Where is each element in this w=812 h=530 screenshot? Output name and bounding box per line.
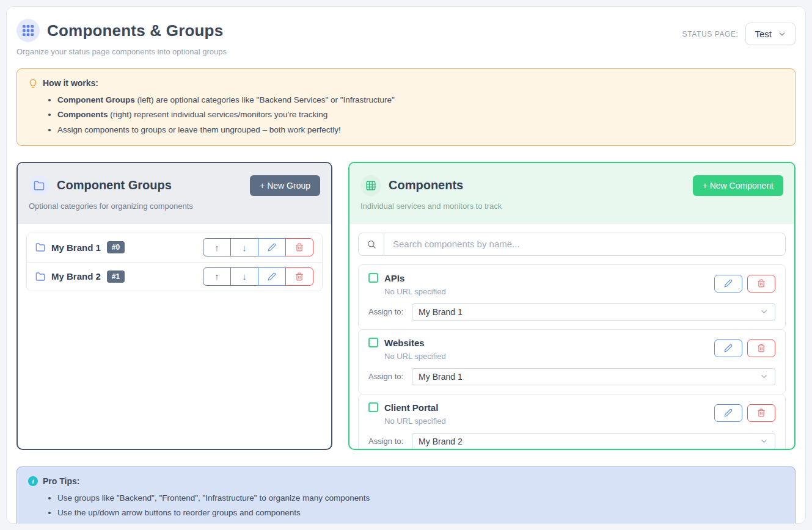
chevron-down-icon: [778, 30, 786, 38]
delete-group-button[interactable]: [285, 238, 313, 256]
chevron-down-icon: [759, 307, 769, 316]
edit-component-button[interactable]: [714, 404, 742, 422]
new-group-button[interactable]: + New Group: [250, 175, 320, 196]
component-card: Websites No URL specified: [358, 329, 786, 394]
move-down-button[interactable]: ↓: [230, 267, 258, 286]
component-url-status: No URL specified: [384, 287, 446, 296]
delete-component-button[interactable]: [747, 339, 775, 357]
pro-tips-bullet: Use the up/down arrow buttons to reorder…: [57, 507, 784, 519]
move-up-button[interactable]: ↑: [203, 238, 231, 256]
group-row: My Brand 1 #0 ↑ ↓: [27, 233, 322, 262]
assign-group-value: My Brand 2: [419, 437, 463, 446]
status-page-value: Test: [755, 29, 772, 39]
group-name: My Brand 2: [51, 271, 101, 281]
component-name: APIs: [384, 273, 404, 283]
page-container: Components & Groups Organize your status…: [6, 6, 806, 524]
chevron-down-icon: [759, 372, 769, 381]
table-grid-icon: [360, 175, 381, 196]
groups-panel-title: Component Groups: [57, 178, 172, 192]
component-checkbox[interactable]: [368, 338, 378, 347]
trash-icon: [295, 272, 304, 281]
page-title: Components & Groups: [47, 21, 223, 40]
component-card: Client Portal No URL specified: [358, 394, 786, 449]
lightbulb-icon: [28, 79, 38, 89]
components-panel-subtitle: Individual services and monitors to trac…: [360, 201, 783, 211]
how-it-works-bullet: Assign components to groups or leave the…: [57, 124, 784, 136]
component-card: APIs No URL specified: [358, 264, 786, 330]
search-icon: [359, 233, 384, 255]
new-component-button[interactable]: + New Component: [693, 175, 783, 196]
edit-group-button[interactable]: [258, 267, 286, 286]
components-panel-title: Components: [389, 178, 463, 192]
groups-panel-subtitle: Optional categories for organizing compo…: [29, 201, 320, 211]
pro-tips-bullet: Use groups like "Backend", "Frontend", "…: [57, 492, 784, 504]
assign-to-label: Assign to:: [368, 307, 403, 316]
page-header: Components & Groups Organize your status…: [16, 16, 796, 56]
status-page-label: STATUS PAGE:: [682, 30, 739, 38]
pencil-icon: [724, 279, 733, 288]
assign-group-select[interactable]: My Brand 2: [412, 433, 775, 449]
edit-component-button[interactable]: [714, 275, 742, 292]
pro-tips-title: Pro Tips:: [43, 475, 79, 488]
trash-icon: [757, 408, 766, 417]
group-order-badge: #0: [107, 241, 125, 253]
component-name: Websites: [384, 338, 425, 348]
how-it-works-banner: How it works: Component Groups (left) ar…: [16, 68, 796, 146]
delete-component-button[interactable]: [747, 275, 775, 292]
edit-group-button[interactable]: [258, 238, 286, 256]
how-it-works-bullet: Component Groups (left) are optional cat…: [57, 94, 784, 106]
group-name: My Brand 1: [51, 242, 101, 253]
info-icon: i: [28, 476, 38, 486]
pro-tips-banner: i Pro Tips: Use groups like "Backend", "…: [16, 466, 796, 524]
component-name: Client Portal: [384, 402, 438, 413]
assign-to-label: Assign to:: [368, 437, 403, 446]
edit-component-button[interactable]: [714, 339, 742, 357]
component-checkbox[interactable]: [368, 402, 378, 412]
pencil-icon: [268, 243, 276, 252]
status-page-select[interactable]: Test: [745, 23, 796, 45]
pencil-icon: [724, 408, 733, 417]
how-it-works-bullet: Components (right) represent individual …: [57, 109, 784, 121]
arrow-down-icon: ↓: [242, 271, 247, 281]
folder-icon: [29, 175, 49, 196]
groups-panel: Component Groups + New Group Optional ca…: [16, 162, 332, 450]
assign-group-select[interactable]: My Brand 1: [412, 303, 775, 321]
arrow-up-icon: ↑: [214, 242, 219, 253]
delete-component-button[interactable]: [747, 404, 775, 422]
trash-icon: [295, 243, 304, 252]
component-url-status: No URL specified: [384, 416, 446, 426]
trash-icon: [757, 344, 766, 352]
chevron-down-icon: [759, 437, 769, 446]
how-it-works-title: How it works:: [43, 77, 98, 90]
assign-to-label: Assign to:: [368, 372, 403, 381]
move-up-button[interactable]: ↑: [203, 267, 231, 286]
pencil-icon: [724, 344, 733, 352]
component-checkbox[interactable]: [368, 273, 378, 283]
delete-group-button[interactable]: [285, 267, 313, 286]
assign-group-value: My Brand 1: [419, 372, 463, 382]
arrow-down-icon: ↓: [242, 242, 247, 253]
apps-grid-icon: [16, 19, 40, 42]
group-order-badge: #1: [107, 270, 125, 283]
trash-icon: [757, 279, 766, 288]
group-list: My Brand 1 #0 ↑ ↓: [26, 233, 323, 291]
folder-icon: [35, 242, 45, 252]
search-input[interactable]: [384, 233, 785, 255]
pencil-icon: [268, 272, 276, 281]
pro-tips-bullet: Components without a group will appear i…: [57, 521, 784, 524]
move-down-button[interactable]: ↓: [230, 238, 258, 256]
components-panel: Components + New Component Individual se…: [348, 162, 796, 450]
arrow-up-icon: ↑: [214, 271, 219, 281]
group-row: My Brand 2 #1 ↑ ↓: [27, 262, 322, 291]
component-url-status: No URL specified: [384, 352, 446, 361]
assign-group-value: My Brand 1: [419, 307, 463, 317]
page-subtitle: Organize your status page components int…: [16, 47, 227, 56]
component-search: [358, 233, 786, 256]
folder-icon: [35, 272, 45, 281]
assign-group-select[interactable]: My Brand 1: [412, 368, 775, 385]
